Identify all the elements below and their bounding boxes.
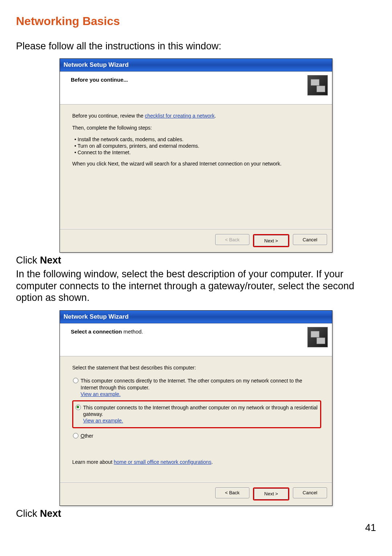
click-next-1: Click Next [16, 255, 376, 266]
checklist-link[interactable]: checklist for creating a network [145, 113, 215, 119]
wizard2-header: Select a connection method. [60, 323, 332, 356]
click-next-2: Click Next [16, 508, 376, 519]
wizard1-bullet3: Connect to the Internet. [74, 150, 321, 155]
wizard1-header: Before you continue... [60, 71, 332, 105]
option1-label: This computer connects directly to the I… [81, 377, 320, 397]
back-button[interactable]: < Back [215, 234, 249, 245]
wizard2-header-rest: method. [122, 328, 143, 335]
view-example-link-1[interactable]: View an example. [81, 391, 121, 397]
click-next-prefix-2: Click [16, 508, 40, 519]
radio-icon [73, 378, 78, 383]
wizard2-prompt: Select the statement that best describes… [72, 364, 321, 371]
page-heading: Networking Basics [16, 15, 376, 28]
wizard1-header-title: Before you continue... [71, 76, 128, 83]
wizard2-learn-more: Learn more about home or small office ne… [72, 459, 321, 466]
intro-text: Please follow all the instructions in th… [16, 40, 376, 52]
wizard1-bullets: Install the network cards, modems, and c… [72, 136, 321, 155]
wizard2-titlebar: Network Setup Wizard [60, 311, 332, 323]
radio-icon-checked [75, 405, 81, 410]
back-button[interactable]: < Back [215, 487, 249, 498]
learn-more-link[interactable]: home or small office network configurati… [114, 459, 211, 465]
option3-label: Other [81, 433, 320, 439]
wizard2-header-title: Select a connection method. [71, 328, 143, 335]
cancel-button[interactable]: Cancel [293, 487, 327, 498]
option-other[interactable]: Other [72, 431, 321, 441]
wizard2-body: Select the statement that best describes… [60, 356, 332, 482]
cancel-button[interactable]: Cancel [293, 234, 327, 245]
option-gateway-connection[interactable]: This computer connects to the Internet t… [75, 403, 319, 426]
click-next-bold-2: Next [40, 508, 61, 519]
learn-pre: Learn more about [72, 459, 114, 465]
network-icon [307, 327, 328, 347]
view-example-link-2[interactable]: View an example. [83, 418, 123, 424]
next-button[interactable]: Next > [254, 235, 288, 246]
wizard1-titlebar: Network Setup Wizard [60, 59, 332, 71]
network-icon [307, 75, 328, 95]
wizard1-line1: Before you continue, review the checklis… [72, 113, 321, 119]
option-gateway-highlight: This computer connects to the Internet t… [72, 400, 321, 428]
wizard2-buttons: < Back Next > Cancel [60, 482, 332, 506]
wizard1-bullet2: Turn on all computers, printers, and ext… [74, 143, 321, 149]
next-button-highlight: Next > [253, 487, 289, 500]
click-next-prefix: Click [16, 255, 40, 266]
wizard1-line1-pre: Before you continue, review the [72, 113, 145, 119]
wizard1-line2: Then, complete the following steps: [72, 124, 321, 131]
wizard2-title: Network Setup Wizard [64, 313, 128, 320]
next-button-highlight: Next > [253, 234, 289, 247]
wizard1-bullet1: Install the network cards, modems, and c… [74, 136, 321, 142]
radio-icon [73, 433, 78, 438]
wizard-select-connection: Network Setup Wizard Select a connection… [60, 310, 332, 506]
option2-text: This computer connects to the Internet t… [83, 405, 318, 417]
option1-text: This computer connects directly to the I… [81, 378, 302, 390]
wizard-before-you-continue: Network Setup Wizard Before you continue… [60, 58, 332, 253]
option-direct-connection[interactable]: This computer connects directly to the I… [72, 376, 321, 399]
wizard1-buttons: < Back Next > Cancel [60, 229, 332, 252]
wizard1-body: Before you continue, review the checklis… [60, 105, 332, 229]
next-button[interactable]: Next > [254, 488, 288, 499]
paragraph-2: In the following window, select the best… [16, 268, 376, 303]
option2-label: This computer connects to the Internet t… [83, 404, 318, 424]
page-number: 41 [365, 522, 376, 533]
wizard2-header-bold: Select a connection [71, 328, 122, 335]
wizard1-title: Network Setup Wizard [64, 61, 128, 69]
wizard1-line3: When you click Next, the wizard will sea… [72, 160, 321, 167]
click-next-bold: Next [40, 255, 61, 266]
